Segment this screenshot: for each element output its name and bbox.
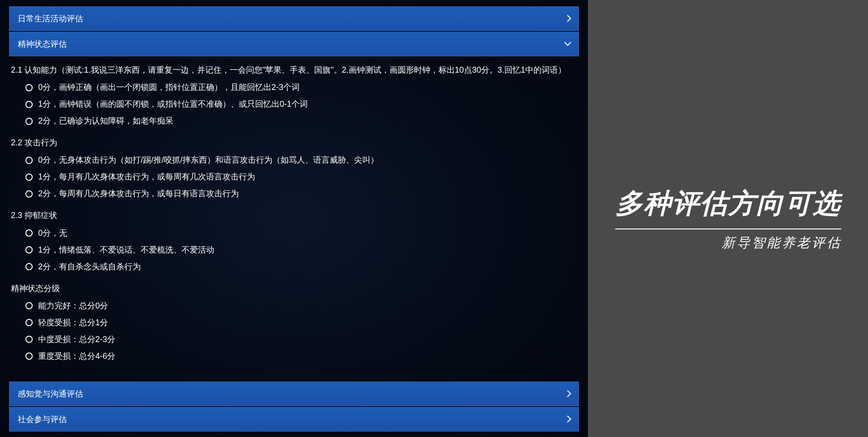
promo-panel: 多种评估方向可选 新导智能养老评估 (588, 0, 868, 437)
radio-icon[interactable] (25, 190, 33, 198)
accordion-mental-state[interactable]: 精神状态评估 (9, 32, 579, 56)
option-row[interactable]: 2分，已确诊为认知障碍，如老年痴呆 (25, 115, 577, 127)
accordion-title: 感知觉与沟通评估 (18, 388, 83, 399)
accordion-perception[interactable]: 感知觉与沟通评估 (9, 382, 579, 406)
radio-icon[interactable] (25, 353, 33, 360)
option-label: 1分，每月有几次身体攻击行为，或每周有几次语言攻击行为 (38, 171, 255, 183)
question-mental-grade: 精神状态分级 能力完好：总分0分 轻度受损：总分1分 中度受损：总分2-3分 重… (11, 283, 577, 363)
option-label: 0分，画钟正确（画出一个闭锁圆，指针位置正确），且能回忆出2-3个词 (38, 81, 300, 94)
radio-icon[interactable] (25, 319, 33, 326)
option-row[interactable]: 1分，情绪低落、不爱说话、不爱梳洗、不爱活动 (25, 244, 577, 256)
question-title: 精神状态分级 (11, 283, 577, 294)
option-row[interactable]: 0分，无身体攻击行为（如打/踢/推/咬抓/摔东西）和语言攻击行为（如骂人、语言威… (25, 154, 577, 166)
option-row[interactable]: 能力完好：总分0分 (25, 300, 577, 312)
radio-icon[interactable] (25, 118, 33, 125)
option-label: 2分，有自杀念头或自杀行为 (38, 261, 141, 273)
option-row[interactable]: 中度受损：总分2-3分 (25, 333, 577, 346)
radio-icon[interactable] (25, 336, 33, 343)
radio-icon[interactable] (25, 101, 33, 108)
option-list: 0分，无身体攻击行为（如打/踢/推/咬抓/摔东西）和语言攻击行为（如骂人、语言威… (11, 154, 577, 200)
option-label: 0分，无身体攻击行为（如打/踢/推/咬抓/摔东西）和语言攻击行为（如骂人、语言威… (38, 154, 379, 166)
accordion-title: 日常生活活动评估 (18, 13, 83, 24)
option-label: 轻度受损：总分1分 (38, 317, 108, 329)
question-depression: 2.3 抑郁症状 0分，无 1分，情绪低落、不爱说话、不爱梳洗、不爱活动 2分，… (11, 210, 577, 273)
accordion-daily-activities[interactable]: 日常生活活动评估 (9, 6, 579, 31)
promo-subtitle: 新导智能养老评估 (722, 234, 842, 252)
option-label: 能力完好：总分0分 (38, 300, 108, 312)
option-label: 2分，已确诊为认知障碍，如老年痴呆 (38, 115, 173, 127)
accordion-title: 社会参与评估 (18, 414, 67, 425)
option-row[interactable]: 轻度受损：总分1分 (25, 317, 577, 329)
promo-title: 多种评估方向可选 (616, 185, 841, 222)
radio-icon[interactable] (25, 174, 33, 181)
chevron-right-icon (565, 390, 570, 398)
option-row[interactable]: 2分，每周有几次身体攻击行为，或每日有语言攻击行为 (25, 188, 577, 200)
accordion-social[interactable]: 社会参与评估 (9, 407, 579, 432)
question-aggression: 2.2 攻击行为 0分，无身体攻击行为（如打/踢/推/咬抓/摔东西）和语言攻击行… (11, 137, 577, 200)
option-list: 0分，画钟正确（画出一个闭锁圆，指针位置正确），且能回忆出2-3个词 1分，画钟… (11, 81, 577, 127)
option-row[interactable]: 1分，画钟错误（画的圆不闭锁，或指针位置不准确）、或只回忆出0-1个词 (25, 98, 577, 110)
question-title: 2.2 攻击行为 (11, 137, 577, 149)
chevron-down-icon (565, 40, 570, 48)
assessment-form-panel: 日常生活活动评估 精神状态评估 2.1 认知能力（测试:1.我说三洋东西，请重复… (0, 0, 588, 437)
option-label: 1分，情绪低落、不爱说话、不爱梳洗、不爱活动 (38, 244, 214, 256)
radio-icon[interactable] (25, 229, 33, 237)
accordion-mental-body: 2.1 认知能力（测试:1.我说三洋东西，请重复一边，并记住，一会问您"苹果、手… (9, 57, 579, 380)
option-label: 1分，画钟错误（画的圆不闭锁，或指针位置不准确）、或只回忆出0-1个词 (38, 98, 308, 110)
option-list: 能力完好：总分0分 轻度受损：总分1分 中度受损：总分2-3分 重度受损：总分4… (11, 300, 577, 363)
accordion-title: 精神状态评估 (18, 39, 67, 50)
option-label: 重度受损：总分4-6分 (38, 350, 115, 363)
question-title: 2.1 认知能力（测试:1.我说三洋东西，请重复一边，并记住，一会问您"苹果、手… (11, 65, 577, 76)
radio-icon[interactable] (25, 302, 33, 309)
question-cognitive: 2.1 认知能力（测试:1.我说三洋东西，请重复一边，并记住，一会问您"苹果、手… (11, 65, 577, 127)
radio-icon[interactable] (25, 263, 33, 270)
radio-icon[interactable] (25, 84, 33, 91)
chevron-right-icon (565, 15, 570, 23)
radio-icon[interactable] (25, 246, 33, 253)
option-row[interactable]: 0分，无 (25, 227, 577, 239)
option-label: 0分，无 (38, 227, 67, 239)
divider (615, 228, 841, 229)
question-title: 2.3 抑郁症状 (11, 210, 577, 221)
chevron-right-icon (565, 415, 570, 423)
option-row[interactable]: 2分，有自杀念头或自杀行为 (25, 261, 577, 273)
option-row[interactable]: 1分，每月有几次身体攻击行为，或每周有几次语言攻击行为 (25, 171, 577, 183)
option-row[interactable]: 0分，画钟正确（画出一个闭锁圆，指针位置正确），且能回忆出2-3个词 (25, 81, 577, 94)
option-list: 0分，无 1分，情绪低落、不爱说话、不爱梳洗、不爱活动 2分，有自杀念头或自杀行… (11, 227, 577, 273)
option-label: 中度受损：总分2-3分 (38, 333, 115, 346)
radio-icon[interactable] (25, 157, 33, 164)
option-row[interactable]: 重度受损：总分4-6分 (25, 350, 577, 363)
option-label: 2分，每周有几次身体攻击行为，或每日有语言攻击行为 (38, 188, 239, 200)
